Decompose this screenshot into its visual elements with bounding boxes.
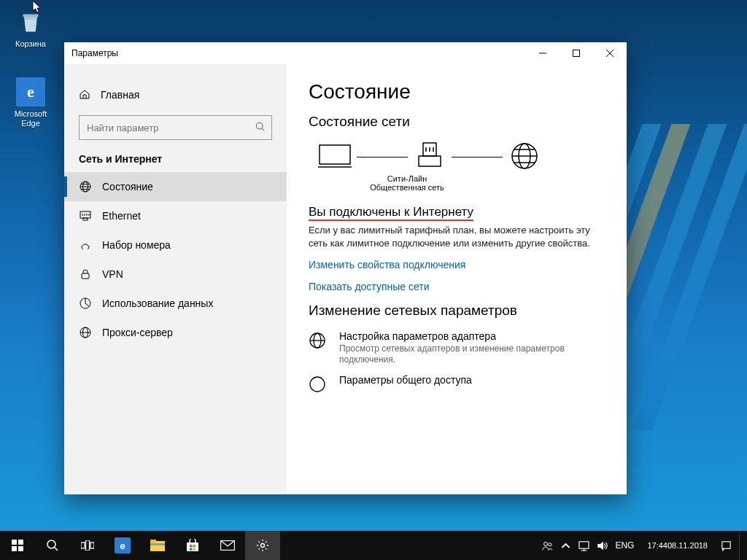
svg-rect-45 <box>81 542 85 548</box>
search-icon <box>255 122 266 134</box>
svg-rect-47 <box>90 542 94 548</box>
link-show-available-networks[interactable]: Показать доступные сети <box>309 281 606 292</box>
svg-rect-46 <box>86 540 90 551</box>
ethernet-icon <box>79 210 92 222</box>
svg-rect-18 <box>82 273 89 279</box>
taskbar-app-edge[interactable]: e <box>105 531 140 560</box>
connected-heading: Вы подключены к Интернету <box>309 205 606 221</box>
sidebar-item-label: Состояние <box>102 181 153 192</box>
search-input[interactable] <box>85 122 255 134</box>
svg-rect-60 <box>579 541 589 548</box>
globe-internet-icon <box>503 142 546 172</box>
pc-icon <box>313 144 357 171</box>
tray-notifications-icon[interactable] <box>721 531 732 560</box>
svg-rect-63 <box>722 541 730 548</box>
svg-rect-13 <box>83 218 88 220</box>
dialup-icon <box>79 239 92 251</box>
option-desc: Просмотр сетевых адаптеров и изменение п… <box>339 343 606 365</box>
edge-icon: e <box>16 77 45 106</box>
sidebar-item-label: Прокси-сервер <box>102 327 173 338</box>
taskbar-app-file-explorer[interactable] <box>140 531 175 560</box>
page-title: Состояние <box>309 80 606 104</box>
svg-rect-48 <box>150 541 165 551</box>
desktop-icon-edge[interactable]: e Microsoft Edge <box>4 77 57 128</box>
start-button[interactable] <box>0 531 35 560</box>
content-area: Состояние Состояние сети Си <box>287 64 627 494</box>
adapter-icon <box>309 330 328 365</box>
svg-point-43 <box>47 540 55 548</box>
tray-network-icon[interactable] <box>578 531 589 560</box>
sidebar-item-label: Ethernet <box>102 210 141 222</box>
svg-point-58 <box>544 542 548 545</box>
sidebar-item-dialup[interactable]: Набор номера <box>64 230 287 260</box>
svg-rect-55 <box>193 548 196 551</box>
svg-rect-51 <box>187 542 198 551</box>
connected-description: Если у вас лимитный тарифный план, вы мо… <box>309 224 597 250</box>
taskbar-app-store[interactable] <box>175 531 210 560</box>
sidebar-item-ethernet[interactable]: Ethernet <box>64 201 287 230</box>
svg-rect-2 <box>573 50 580 57</box>
task-view-button[interactable] <box>70 531 105 560</box>
svg-rect-41 <box>12 546 17 551</box>
option-sharing-settings[interactable]: Параметры общего доступа <box>309 374 606 395</box>
taskbar-app-mail[interactable] <box>210 531 245 560</box>
tray-chevron-up-icon[interactable] <box>560 531 571 560</box>
tray-time: 17:44 <box>647 541 667 551</box>
option-title: Параметры общего доступа <box>339 374 472 386</box>
svg-rect-54 <box>190 548 193 551</box>
tray-people-icon[interactable] <box>542 531 553 560</box>
maximize-button[interactable] <box>560 42 593 64</box>
tray-language[interactable]: ENG <box>615 531 634 560</box>
network-diagram <box>313 141 606 173</box>
titlebar[interactable]: Параметры <box>64 42 627 64</box>
minimize-button[interactable] <box>526 42 560 64</box>
svg-rect-42 <box>18 546 23 551</box>
desktop-icon-recycle-bin[interactable]: Корзина <box>4 7 57 49</box>
sidebar-item-status[interactable]: Состояние <box>64 172 287 201</box>
svg-rect-52 <box>190 545 193 548</box>
svg-rect-40 <box>18 540 23 545</box>
svg-rect-26 <box>419 156 441 166</box>
svg-point-59 <box>549 542 551 545</box>
tray-date: 08.11.2018 <box>667 541 708 551</box>
desktop: Корзина e Microsoft Edge Параметры <box>0 0 747 560</box>
show-desktop-button[interactable] <box>739 531 744 560</box>
tray-clock[interactable]: 17:44 08.11.2018 <box>641 531 713 560</box>
option-title: Настройка параметров адаптера <box>339 330 606 342</box>
search-button[interactable] <box>35 531 70 560</box>
network-name: Сити-Лайн <box>287 174 527 183</box>
network-type: Общественная сеть <box>287 183 527 192</box>
svg-point-5 <box>256 122 263 129</box>
taskbar-app-settings[interactable] <box>245 531 280 560</box>
close-button[interactable] <box>593 42 627 64</box>
sidebar-item-vpn[interactable]: VPN <box>64 260 287 289</box>
svg-point-38 <box>310 377 325 392</box>
home-icon <box>79 88 90 102</box>
sidebar-section-title: Сеть и Интернет <box>64 153 287 172</box>
svg-rect-39 <box>12 540 17 545</box>
option-adapter-settings[interactable]: Настройка параметров адаптера Просмотр с… <box>309 330 606 365</box>
sidebar-item-label: Использование данных <box>102 298 213 309</box>
globe-icon <box>79 327 92 338</box>
svg-point-57 <box>261 544 265 548</box>
globe-grid-icon <box>79 181 92 192</box>
sidebar-item-proxy[interactable]: Прокси-сервер <box>64 318 287 347</box>
tray-volume-icon[interactable] <box>597 531 608 560</box>
network-diagram-labels: Сити-Лайн Общественная сеть <box>287 174 527 192</box>
vpn-icon <box>79 268 92 280</box>
search-box[interactable] <box>79 115 272 140</box>
svg-line-44 <box>55 548 58 551</box>
system-tray: ENG 17:44 08.11.2018 <box>535 531 747 560</box>
svg-rect-50 <box>150 543 165 545</box>
svg-rect-0 <box>23 15 39 18</box>
home-button[interactable]: Главная <box>64 82 287 108</box>
sidebar: Главная Сеть и Интернет Состояние <box>64 64 287 494</box>
svg-line-6 <box>262 128 264 131</box>
sidebar-item-data-usage[interactable]: Использование данных <box>64 289 287 318</box>
sidebar-item-label: Набор номера <box>102 239 171 251</box>
data-usage-icon <box>79 298 92 309</box>
section-change-settings: Изменение сетевых параметров <box>309 303 606 319</box>
link-change-connection-properties[interactable]: Изменить свойства подключения <box>309 259 606 271</box>
home-label: Главная <box>101 89 139 101</box>
sidebar-item-label: VPN <box>102 268 123 280</box>
